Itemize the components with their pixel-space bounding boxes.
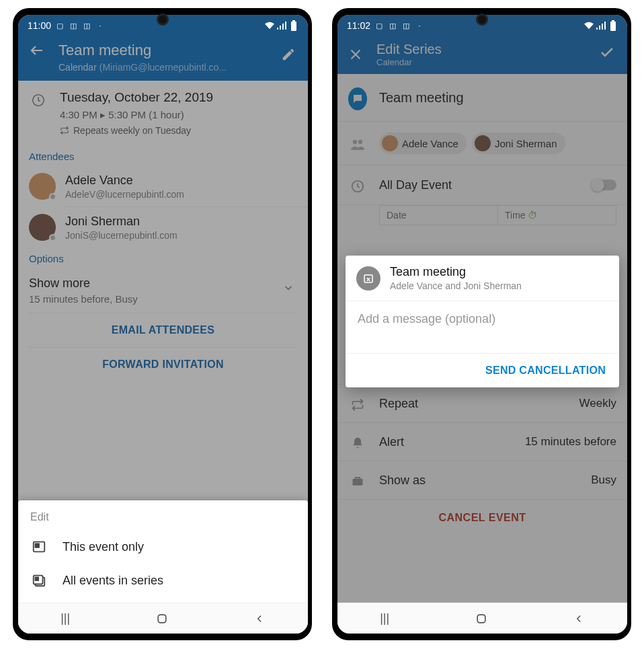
signal-icon [596,21,606,30]
status-time: 11:02 [347,20,370,31]
phone-left: 11:00 ▢ ◫ ◫ · [13,8,312,640]
home-icon[interactable] [155,612,169,625]
phone-right: 11:02 ▢ ◫ ◫ · [332,8,631,640]
edit-this-event-only[interactable]: This event only [18,530,308,564]
series-icon [32,573,46,588]
edit-bottom-sheet: Edit This event only All events in serie… [18,500,308,603]
outlook-icon: ◫ [401,21,411,30]
android-nav-bar: ||| [18,603,308,634]
battery-icon [289,21,298,30]
dialog-message-input[interactable]: Add a message (optional) [346,301,619,354]
dialog-subtitle: Adele Vance and Joni Sherman [390,280,522,291]
android-nav-bar: ||| [337,603,627,634]
outlook-icon: ◫ [388,21,397,30]
status-time: 11:00 [28,20,51,31]
send-cancellation-button[interactable]: SEND CANCELLATION [346,354,619,387]
svg-rect-10 [612,20,614,22]
back-icon[interactable] [573,613,585,625]
svg-rect-7 [36,577,39,580]
event-icon [32,539,46,554]
cancel-event-icon [356,266,380,291]
svg-rect-8 [158,615,166,623]
dot-icon: · [95,21,105,30]
wifi-icon [265,21,274,30]
image-icon: ▢ [55,21,65,30]
image-icon: ▢ [374,21,384,30]
wifi-icon [584,21,594,30]
svg-rect-0 [291,22,296,31]
outlook-icon: ◫ [82,21,91,30]
home-icon[interactable] [475,612,488,625]
edit-all-events-in-series[interactable]: All events in series [18,564,308,597]
recents-icon[interactable]: ||| [61,611,70,625]
battery-icon [608,21,618,30]
outlook-icon: ◫ [69,21,78,30]
cancel-dialog: Team meeting Adele Vance and Joni Sherma… [346,256,619,387]
svg-rect-16 [477,615,485,623]
svg-rect-4 [36,543,40,547]
dialog-title: Team meeting [390,265,522,279]
dot-icon: · [415,21,424,30]
back-icon[interactable] [253,613,266,625]
phone-camera [476,13,488,26]
recents-icon[interactable]: ||| [380,611,389,625]
svg-rect-9 [610,22,616,31]
svg-rect-15 [364,274,372,282]
phone-camera [157,13,169,26]
signal-icon [277,21,286,30]
sheet-title: Edit [18,508,308,530]
svg-rect-1 [292,20,295,22]
